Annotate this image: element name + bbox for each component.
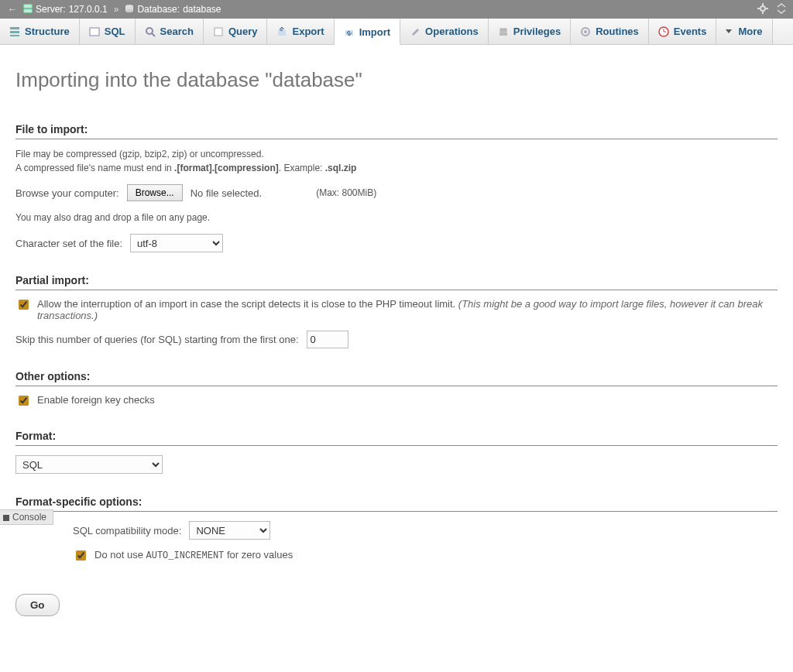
allow-interrupt-a: Allow the interruption of an import in c… [37, 298, 458, 310]
console-icon [3, 515, 9, 521]
tab-import-label: Import [359, 26, 390, 38]
sql-icon [89, 26, 100, 37]
gear-icon[interactable] [757, 3, 768, 14]
tab-search-label: Search [160, 26, 194, 37]
fk-label: Enable foreign key checks [37, 394, 155, 406]
operations-icon [410, 26, 421, 37]
svg-point-14 [146, 28, 153, 34]
section-file-to-import: File to import: [15, 123, 778, 139]
tab-events[interactable]: Events [649, 19, 717, 44]
max-size-label: (Max: 800MiB) [316, 187, 376, 198]
back-arrow-icon[interactable]: ← [8, 4, 17, 15]
tabstrip: Structure SQL Search Query Export Import… [0, 19, 793, 45]
tab-export-label: Export [292, 26, 324, 37]
svg-rect-12 [10, 35, 19, 36]
database-label: Database: [137, 4, 180, 15]
charset-select[interactable]: utf-8 [130, 234, 223, 252]
svg-point-23 [584, 30, 587, 33]
content-area: Importing into the database "database" F… [0, 45, 793, 672]
charset-row: Character set of the file: utf-8 [15, 234, 778, 252]
collapse-icon[interactable] [776, 3, 787, 14]
svg-rect-21 [499, 33, 507, 36]
svg-line-15 [152, 33, 155, 36]
server-icon [23, 4, 33, 15]
query-icon [213, 26, 224, 37]
tab-query-label: Query [228, 26, 258, 37]
structure-icon [9, 26, 20, 37]
format-row: SQL [15, 455, 778, 474]
tab-operations-label: Operations [425, 26, 479, 37]
tab-query[interactable]: Query [204, 19, 268, 44]
tab-privileges[interactable]: Privileges [489, 19, 571, 44]
charset-label: Character set of the file: [15, 238, 122, 249]
note2d: .sql.zip [325, 163, 357, 173]
tab-sql-label: SQL [105, 26, 125, 37]
allow-interrupt-row: Allow the interruption of an import in c… [15, 298, 778, 321]
tab-structure-label: Structure [25, 26, 70, 37]
allow-interrupt-checkbox[interactable] [19, 300, 29, 310]
skip-queries-input[interactable] [307, 331, 348, 348]
compat-row: SQL compatibility mode: NONE [73, 521, 778, 540]
tab-more-label: More [738, 26, 762, 37]
svg-point-20 [503, 28, 507, 33]
browse-label: Browse your computer: [15, 187, 119, 199]
compat-select[interactable]: NONE [189, 521, 270, 540]
dragdrop-note: You may also drag and drop a file on any… [15, 211, 778, 225]
tab-export[interactable]: Export [267, 19, 334, 44]
tab-events-label: Events [674, 26, 707, 37]
breadcrumb-bar: ← Server: 127.0.0.1 » Database: database [0, 0, 793, 19]
fk-row: Enable foreign key checks [15, 394, 778, 408]
server-label: Server: [36, 4, 66, 15]
section-format-specific: Format-specific options: [15, 495, 778, 512]
database-icon [125, 4, 134, 15]
go-button[interactable]: Go [15, 594, 60, 616]
autoincr-row: Do not use AUTO_INCREMENT for zero value… [73, 549, 778, 563]
tab-structure[interactable]: Structure [0, 19, 80, 44]
console-tab[interactable]: Console [0, 509, 53, 525]
compat-label: SQL compatibility mode: [73, 525, 181, 537]
autoincr-checkbox[interactable] [76, 550, 86, 561]
note2a: A compressed file's name must end in [15, 163, 174, 173]
browse-row: Browse your computer: Browse... No file … [15, 184, 778, 201]
page-title: Importing into the database "database" [15, 68, 778, 92]
privileges-icon [498, 26, 509, 37]
tab-routines-label: Routines [596, 26, 639, 37]
allow-interrupt-text: Allow the interruption of an import in c… [37, 298, 778, 321]
section-format: Format: [15, 430, 778, 446]
breadcrumb-sep: » [114, 4, 119, 15]
note2c: . Example: [279, 163, 325, 173]
skip-queries-row: Skip this number of queries (for SQL) st… [15, 331, 778, 348]
svg-rect-11 [10, 31, 19, 33]
caret-down-icon [726, 29, 732, 33]
routines-icon [580, 26, 591, 37]
tab-import[interactable]: Import [335, 19, 400, 45]
format-select[interactable]: SQL [15, 455, 163, 474]
fk-checkbox[interactable] [19, 396, 29, 406]
svg-rect-13 [90, 28, 99, 36]
server-value[interactable]: 127.0.0.1 [69, 4, 108, 15]
database-value[interactable]: database [183, 4, 221, 15]
events-icon [658, 26, 669, 37]
browse-button[interactable]: Browse... [127, 184, 183, 201]
tab-privileges-label: Privileges [513, 26, 561, 37]
svg-rect-10 [10, 27, 19, 29]
skip-queries-label: Skip this number of queries (for SQL) st… [15, 334, 299, 345]
search-icon [145, 26, 156, 37]
tab-routines[interactable]: Routines [571, 19, 649, 44]
section-other-options: Other options: [15, 370, 778, 386]
section-partial-import: Partial import: [15, 274, 778, 290]
export-icon [276, 26, 287, 37]
note2b: .[format].[compression] [174, 163, 279, 173]
tab-operations[interactable]: Operations [400, 19, 489, 44]
svg-point-4 [125, 9, 133, 12]
svg-point-5 [760, 6, 765, 11]
tab-search[interactable]: Search [136, 19, 204, 44]
no-file-label: No file selected. [191, 187, 263, 199]
tab-more[interactable]: More [716, 19, 772, 44]
svg-rect-1 [24, 9, 32, 12]
compress-note-2: A compressed file's name must end in .[f… [15, 161, 778, 175]
svg-rect-0 [24, 5, 32, 8]
tab-sql[interactable]: SQL [80, 19, 136, 44]
autoincr-a: Do not use [94, 549, 146, 561]
autoincr-c: for zero values [224, 549, 293, 561]
